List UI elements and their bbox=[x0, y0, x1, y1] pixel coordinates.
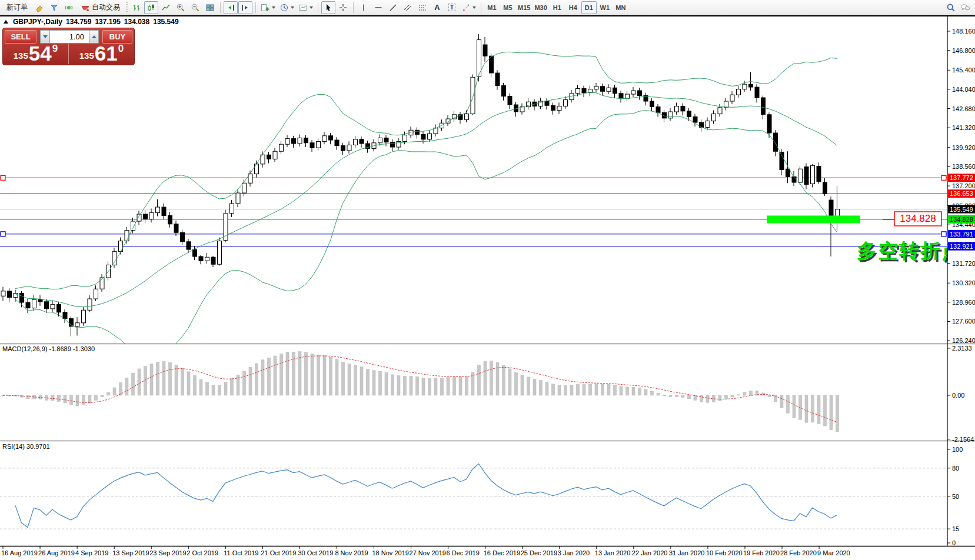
auto-trading-label: 自动交易 bbox=[92, 2, 120, 12]
svg-text:15: 15 bbox=[952, 525, 959, 532]
toolbar-separator bbox=[481, 2, 481, 13]
templates-button[interactable] bbox=[297, 1, 315, 14]
eraser-button[interactable] bbox=[32, 1, 46, 14]
timeframe-mn-button[interactable]: MN bbox=[613, 1, 628, 14]
chart-shift-icon bbox=[241, 3, 250, 12]
svg-text:27 Nov 2019: 27 Nov 2019 bbox=[410, 549, 446, 556]
crosshair-button[interactable] bbox=[336, 1, 350, 14]
sell-price-pips: 54 bbox=[29, 45, 52, 62]
toolbar-separator bbox=[318, 2, 318, 13]
svg-text:137.772: 137.772 bbox=[950, 174, 973, 181]
svg-text:4 Sep 2019: 4 Sep 2019 bbox=[75, 549, 108, 556]
timeframe-m5-button[interactable]: M5 bbox=[500, 1, 515, 14]
line-chart-button[interactable] bbox=[159, 1, 173, 14]
search-button[interactable] bbox=[944, 1, 958, 14]
tile-windows-button[interactable] bbox=[203, 1, 217, 14]
channel-button[interactable] bbox=[401, 1, 415, 14]
trendline-button[interactable] bbox=[386, 1, 400, 14]
horizontal-line-button[interactable] bbox=[371, 1, 385, 14]
zoom-in-button[interactable] bbox=[174, 1, 188, 14]
timeframe-h4-button[interactable]: H4 bbox=[565, 1, 581, 14]
svg-text:130.320: 130.320 bbox=[952, 279, 975, 286]
svg-text:50: 50 bbox=[952, 493, 959, 500]
svg-text:6 Dec 2019: 6 Dec 2019 bbox=[447, 549, 480, 556]
periods-button[interactable] bbox=[278, 1, 296, 14]
label-button[interactable]: T bbox=[445, 1, 459, 14]
new-order-button[interactable]: 新订单 bbox=[2, 1, 32, 14]
svg-text:21 Oct 2019: 21 Oct 2019 bbox=[261, 549, 296, 556]
sell-price-button[interactable]: 135 54 9 bbox=[3, 44, 68, 64]
svg-text:26 Aug 2019: 26 Aug 2019 bbox=[38, 549, 75, 556]
toolbar-grip bbox=[126, 2, 128, 13]
svg-text:142.680: 142.680 bbox=[952, 105, 975, 112]
indicators-button[interactable] bbox=[259, 1, 277, 14]
chart-canvas[interactable]: 134.828多空转折点多空转折点148.160146.800145.40014… bbox=[0, 0, 975, 560]
timeframe-m1-button[interactable]: M1 bbox=[484, 1, 500, 14]
trendline-icon bbox=[388, 3, 398, 12]
cursor-button[interactable] bbox=[321, 1, 335, 14]
svg-text:多空转折点: 多空转折点 bbox=[857, 239, 963, 262]
candlestick-chart-button[interactable] bbox=[144, 1, 158, 14]
svg-text:23 Sep 2019: 23 Sep 2019 bbox=[149, 549, 186, 556]
shapes-button[interactable] bbox=[460, 1, 478, 14]
community-button[interactable] bbox=[959, 1, 973, 14]
collapse-panel-icon[interactable] bbox=[4, 20, 8, 24]
cursor-icon bbox=[324, 3, 333, 12]
sell-price-point: 9 bbox=[52, 44, 58, 54]
ohlc-open: 134.759 bbox=[66, 18, 91, 26]
svg-text:134.828: 134.828 bbox=[950, 216, 973, 223]
svg-text:0: 0 bbox=[952, 539, 956, 546]
svg-text:16 Dec 2019: 16 Dec 2019 bbox=[484, 549, 520, 556]
broadcast-button[interactable] bbox=[62, 1, 76, 14]
svg-text:146.800: 146.800 bbox=[952, 47, 975, 54]
filter-icon bbox=[49, 3, 59, 12]
timeframe-d1-button[interactable]: D1 bbox=[581, 1, 597, 14]
candlestick-icon bbox=[147, 3, 156, 12]
template-icon bbox=[298, 3, 308, 12]
svg-text:30 Oct 2019: 30 Oct 2019 bbox=[298, 549, 333, 556]
auto-trading-button[interactable]: 自动交易 bbox=[76, 1, 124, 14]
fibonacci-button[interactable] bbox=[415, 1, 430, 14]
svg-text:137.200: 137.200 bbox=[952, 182, 975, 189]
fibonacci-icon bbox=[418, 3, 427, 12]
timeframe-w1-button[interactable]: W1 bbox=[597, 1, 613, 14]
one-click-trading-panel: SELL 1.00 BUY 135 54 9 135 61 0 bbox=[2, 28, 135, 65]
svg-text:9 Mar 2020: 9 Mar 2020 bbox=[817, 549, 850, 556]
buy-price-button[interactable]: 135 61 0 bbox=[68, 44, 134, 64]
svg-text:-2.1564: -2.1564 bbox=[952, 436, 974, 443]
bar-chart-icon bbox=[132, 3, 141, 12]
svg-text:3 Jan 2020: 3 Jan 2020 bbox=[558, 549, 590, 556]
svg-text:138.560: 138.560 bbox=[952, 163, 975, 170]
svg-text:127.600: 127.600 bbox=[952, 318, 975, 325]
arrows-icon bbox=[461, 3, 471, 12]
volume-input[interactable]: 1.00 bbox=[50, 30, 89, 44]
triangle-up-icon bbox=[92, 35, 96, 38]
svg-text:131.720: 131.720 bbox=[952, 260, 975, 267]
svg-text:13 Jan 2020: 13 Jan 2020 bbox=[595, 549, 631, 556]
svg-text:13 Sep 2019: 13 Sep 2019 bbox=[112, 549, 149, 556]
timeframe-h1-button[interactable]: H1 bbox=[550, 1, 565, 14]
toolbar-separator bbox=[220, 2, 221, 13]
svg-text:28 Feb 2020: 28 Feb 2020 bbox=[780, 549, 817, 556]
ohlc-close: 135.549 bbox=[153, 18, 178, 26]
cart-icon bbox=[81, 3, 90, 12]
clock-icon bbox=[279, 3, 289, 12]
chevron-down-icon bbox=[291, 6, 294, 9]
timeframe-m15-button[interactable]: M15 bbox=[516, 1, 532, 14]
timeframe-m30-button[interactable]: M30 bbox=[533, 1, 548, 14]
zoom-out-button[interactable] bbox=[188, 1, 202, 14]
bar-chart-button[interactable] bbox=[129, 1, 144, 14]
chart-shift-button[interactable] bbox=[238, 1, 252, 14]
chevron-down-icon bbox=[472, 6, 476, 9]
svg-text:10 Feb 2020: 10 Feb 2020 bbox=[706, 549, 743, 556]
filter-button[interactable] bbox=[47, 1, 61, 14]
svg-text:22 Jan 2020: 22 Jan 2020 bbox=[632, 549, 668, 556]
svg-text:100: 100 bbox=[952, 446, 963, 453]
svg-text:16 Aug 2019: 16 Aug 2019 bbox=[1, 549, 38, 556]
text-button[interactable]: A bbox=[430, 1, 444, 14]
crosshair-icon bbox=[338, 3, 348, 12]
trading-terminal-window: 新订单 自动交易 bbox=[0, 0, 975, 560]
vertical-line-button[interactable] bbox=[357, 1, 371, 14]
buy-price-pips: 61 bbox=[95, 45, 118, 62]
auto-scroll-button[interactable] bbox=[224, 1, 238, 14]
